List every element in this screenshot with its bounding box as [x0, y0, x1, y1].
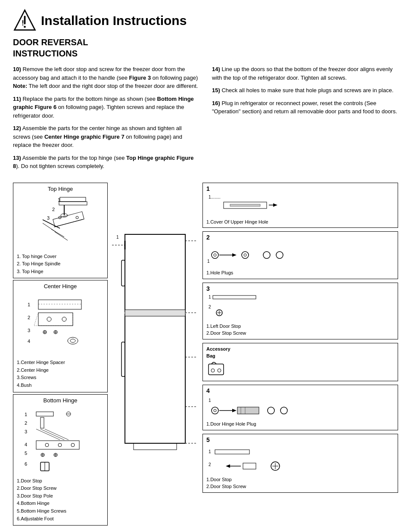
box5-num: 5 — [206, 436, 394, 443]
center-hinge-label-1: 1.Center Hinge Spacer — [17, 359, 104, 367]
instruction-13: 13) Assemble the parts for the top hinge… — [13, 154, 199, 171]
diagram-area: Top Hinge 1 2 3 — [13, 183, 398, 528]
box2-svg: 1 — [206, 242, 297, 268]
box3-num: 3 — [206, 285, 394, 292]
svg-rect-103 — [237, 407, 259, 414]
svg-point-84 — [242, 252, 249, 258]
svg-rect-67 — [121, 260, 125, 286]
left-text-col: 10) Remove the left door stop and screw … — [13, 65, 199, 175]
box3-svg: 1 2 — [206, 293, 297, 321]
svg-rect-109 — [215, 450, 249, 454]
top-hinge-labels: 1. Top hinge Cover 2. Top Hinge Spindle … — [17, 253, 104, 276]
detail-box-3: 3 1 2 1.Left Door Stop 2.Door Stop Screw — [202, 283, 398, 339]
top-hinge-label-1: 1. Top hinge Cover — [17, 253, 104, 261]
svg-text:1: 1 — [28, 302, 30, 307]
box1-num: 1 — [206, 185, 394, 192]
svg-marker-83 — [232, 253, 237, 257]
svg-text:!: ! — [22, 19, 24, 27]
center-hinge-label-3: 3.Screws — [17, 374, 104, 382]
box2-label: 1.Hole Plugs — [206, 269, 394, 277]
svg-point-26 — [47, 317, 51, 321]
box5-label: 1.Door Stop 2.Door Stop Screw — [206, 476, 394, 490]
svg-text:1: 1 — [116, 235, 119, 240]
instruction-15: 15) Check all holes to make sure that ho… — [212, 86, 398, 95]
svg-rect-61 — [125, 234, 185, 312]
instruction-11: 11) Replace the parts for the bottom hin… — [13, 95, 199, 120]
center-hinge-title: Center Hinge — [17, 283, 104, 289]
detail-box-5: 5 1 2 1.Door Stop 2.Door Stop Screw — [202, 434, 398, 493]
svg-rect-46 — [36, 441, 79, 449]
svg-text:1........: 1........ — [209, 195, 221, 199]
box5-svg: 1 2 — [206, 445, 297, 475]
right-diagrams: 1 1........ 1.Cover Of Upper Hinge Hole … — [202, 183, 398, 528]
svg-rect-62 — [125, 314, 185, 443]
box1-label: 1.Cover Of Upper Hinge Hole — [206, 218, 394, 226]
detail-box-4: 4 1 1.Door Hinge Hole Plug — [202, 385, 398, 430]
instructions-text: 10) Remove the left door stop and screw … — [13, 65, 398, 175]
svg-rect-25 — [38, 313, 73, 326]
svg-text:4: 4 — [28, 339, 30, 344]
center-hinge-labels: 1.Center Hinge Spacer 2.Center Hinge 3.S… — [17, 359, 104, 389]
detail-box-1: 1 1........ 1.Cover Of Upper Hinge Hole — [202, 183, 398, 228]
box4-label: 1.Door Hinge Hole Plug — [206, 420, 394, 428]
svg-rect-113 — [243, 463, 256, 469]
svg-rect-45 — [40, 417, 44, 428]
svg-point-34 — [68, 337, 78, 344]
bottom-label-6: 6.Adjustable Foot — [17, 515, 104, 523]
box4-svg: 1 — [206, 395, 297, 419]
svg-text:1: 1 — [209, 295, 211, 299]
svg-point-96 — [211, 369, 215, 372]
bottom-label-5: 5.Bottom Hinge Screws — [17, 507, 104, 515]
bottom-label-2: 2.Door Stop Screw — [17, 485, 104, 492]
section-title: DOOR REVERSAL INSTRUCTIONS — [13, 37, 398, 59]
svg-rect-7 — [60, 197, 86, 202]
svg-point-100 — [214, 409, 216, 412]
instruction-12: 12) Assemble the parts for the center hi… — [13, 124, 199, 149]
svg-point-14 — [76, 216, 78, 219]
svg-point-27 — [62, 317, 66, 321]
instruction-14: 14) Line up the doors so that the bottom… — [212, 65, 398, 82]
svg-point-88 — [276, 252, 283, 258]
svg-rect-11 — [53, 212, 84, 227]
svg-text:3: 3 — [25, 429, 27, 434]
svg-line-12 — [54, 219, 83, 227]
box3-label: 1.Left Door Stop 2.Door Stop Screw — [206, 323, 394, 337]
svg-marker-112 — [226, 464, 230, 468]
svg-rect-69 — [134, 443, 177, 450]
accessory-bag-label: AccessoryBag — [206, 345, 394, 360]
svg-point-35 — [70, 339, 75, 342]
svg-text:3: 3 — [28, 328, 30, 333]
center-hinge-label-2: 2.Center Hinge — [17, 367, 104, 374]
svg-point-80 — [212, 252, 218, 258]
svg-text:2: 2 — [25, 420, 27, 426]
svg-text:1: 1 — [207, 259, 210, 264]
fridge-svg: 1 — [112, 221, 198, 488]
svg-point-106 — [268, 407, 274, 414]
instruction-10: 10) Remove the left door stop and screw … — [13, 65, 199, 90]
right-text-col: 14) Line up the doors so that the bottom… — [212, 65, 398, 175]
svg-text:6: 6 — [25, 461, 27, 467]
svg-text:2: 2 — [209, 305, 211, 309]
svg-text:2: 2 — [209, 462, 211, 467]
svg-point-48 — [58, 443, 62, 447]
center-hinge-diagram: 1 2 3 4 — [17, 291, 103, 356]
top-hinge-label-3: 3. Top Hinge — [17, 268, 104, 276]
box2-num: 2 — [206, 234, 394, 241]
svg-text:1: 1 — [25, 412, 27, 417]
instruction-16: 16) Plug in refrigerator or reconnect po… — [212, 99, 398, 116]
top-hinge-diagram: 1 2 3 — [17, 194, 103, 250]
box4-num: 4 — [206, 387, 394, 394]
svg-text:3: 3 — [47, 215, 50, 221]
svg-point-85 — [244, 254, 246, 256]
left-diagrams: Top Hinge 1 2 3 — [13, 183, 108, 528]
bottom-label-1: 1.Door Stop — [17, 477, 104, 485]
svg-point-87 — [263, 252, 270, 258]
svg-line-15 — [43, 220, 60, 228]
svg-point-99 — [212, 407, 218, 414]
svg-point-49 — [71, 443, 75, 447]
svg-rect-8 — [59, 202, 87, 205]
svg-text:2: 2 — [28, 315, 30, 320]
svg-text:2: 2 — [52, 207, 55, 212]
svg-point-2 — [24, 26, 26, 28]
svg-marker-102 — [232, 409, 237, 412]
